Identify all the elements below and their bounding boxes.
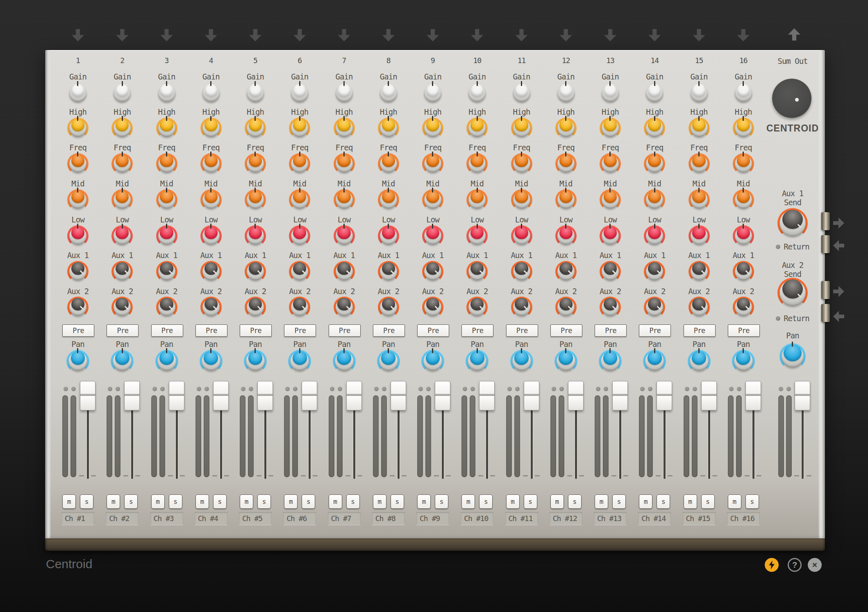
aux2-knob[interactable] [289, 297, 310, 318]
aux1-knob[interactable] [733, 261, 754, 282]
aux1-knob[interactable] [555, 261, 577, 282]
solo-button[interactable]: s [213, 494, 227, 509]
pre-button[interactable]: Pre [62, 324, 94, 337]
fader-handle[interactable] [435, 381, 450, 410]
fader-handle[interactable] [524, 381, 539, 410]
pan-knob[interactable] [155, 350, 178, 373]
pan-knob[interactable] [111, 350, 134, 373]
fader-handle[interactable] [701, 381, 717, 410]
low-knob[interactable] [378, 225, 399, 247]
solo-button[interactable]: s [612, 494, 626, 509]
freq-knob[interactable] [156, 153, 177, 175]
channel-input-arrow[interactable] [293, 29, 306, 41]
channel-input-arrow[interactable] [161, 29, 173, 41]
aux1-knob[interactable] [156, 261, 177, 282]
freq-knob[interactable] [466, 153, 488, 175]
freq-knob[interactable] [644, 153, 665, 175]
mid-knob[interactable] [111, 189, 133, 211]
fader-handle[interactable] [346, 381, 362, 410]
mute-button[interactable]: m [151, 494, 165, 509]
pan-knob[interactable] [510, 350, 533, 373]
gain-knob[interactable] [511, 83, 532, 104]
pan-knob[interactable] [554, 350, 577, 373]
high-knob[interactable] [422, 118, 443, 139]
high-knob[interactable] [511, 118, 532, 139]
aux2-knob[interactable] [422, 297, 443, 318]
aux1-send-arrow[interactable] [833, 218, 844, 229]
pre-button[interactable]: Pre [151, 324, 183, 337]
pre-button[interactable]: Pre [550, 324, 582, 337]
mute-button[interactable]: m [639, 494, 652, 509]
solo-button[interactable]: s [391, 494, 404, 509]
solo-button[interactable]: s [169, 494, 182, 509]
mute-button[interactable]: m [284, 494, 298, 509]
aux1-knob[interactable] [111, 261, 133, 282]
aux2-knob[interactable] [378, 297, 399, 318]
freq-knob[interactable] [688, 153, 710, 175]
mid-knob[interactable] [644, 189, 665, 211]
master-pan-knob[interactable] [779, 343, 806, 369]
freq-knob[interactable] [511, 153, 532, 175]
pre-button[interactable]: Pre [684, 324, 716, 337]
solo-button[interactable]: s [257, 494, 271, 509]
channel-input-arrow[interactable] [338, 29, 350, 41]
aux1-knob[interactable] [466, 261, 488, 282]
high-knob[interactable] [733, 118, 754, 139]
power-lightning-icon[interactable] [765, 558, 779, 572]
aux2-knob[interactable] [644, 297, 665, 318]
aux2-knob[interactable] [600, 297, 621, 318]
aux1-knob[interactable] [600, 261, 621, 282]
pre-button[interactable]: Pre [595, 324, 627, 337]
aux1-send-knob[interactable] [777, 208, 808, 238]
high-knob[interactable] [67, 118, 89, 139]
aux2-knob[interactable] [733, 297, 754, 318]
aux1-return-arrow[interactable] [833, 240, 844, 251]
gain-knob[interactable] [555, 83, 577, 104]
mid-knob[interactable] [422, 189, 443, 211]
freq-knob[interactable] [733, 153, 754, 175]
pan-knob[interactable] [377, 350, 400, 373]
low-knob[interactable] [111, 225, 133, 247]
fader-handle[interactable] [657, 381, 672, 410]
gain-knob[interactable] [600, 83, 621, 104]
freq-knob[interactable] [200, 153, 222, 175]
sum-output-arrow[interactable] [788, 28, 800, 41]
freq-knob[interactable] [289, 153, 310, 175]
solo-button[interactable]: s [524, 494, 537, 509]
mid-knob[interactable] [688, 189, 710, 211]
mute-button[interactable]: m [550, 494, 564, 509]
pre-button[interactable]: Pre [728, 324, 760, 337]
mute-button[interactable]: m [240, 494, 253, 509]
freq-knob[interactable] [422, 153, 443, 175]
mid-knob[interactable] [245, 189, 266, 211]
freq-knob[interactable] [334, 153, 355, 175]
aux1-knob[interactable] [644, 261, 665, 282]
gain-knob[interactable] [334, 83, 355, 104]
freq-knob[interactable] [67, 153, 89, 175]
mute-button[interactable]: m [595, 494, 608, 509]
pan-knob[interactable] [66, 350, 89, 373]
aux-jack[interactable] [821, 235, 830, 253]
pan-knob[interactable] [688, 350, 711, 373]
gain-knob[interactable] [644, 83, 665, 104]
close-icon[interactable]: × [808, 558, 822, 572]
channel-input-arrow[interactable] [72, 29, 84, 41]
low-knob[interactable] [67, 225, 89, 247]
pre-button[interactable]: Pre [195, 324, 227, 337]
channel-input-arrow[interactable] [471, 29, 483, 41]
aux1-knob[interactable] [511, 261, 532, 282]
low-knob[interactable] [555, 225, 577, 247]
pan-knob[interactable] [643, 350, 666, 373]
low-knob[interactable] [245, 225, 266, 247]
solo-button[interactable]: s [435, 494, 448, 509]
low-knob[interactable] [600, 225, 621, 247]
mute-button[interactable]: m [329, 494, 342, 509]
fader-handle[interactable] [302, 381, 317, 410]
aux1-knob[interactable] [289, 261, 310, 282]
mid-knob[interactable] [67, 189, 89, 211]
solo-button[interactable]: s [302, 494, 315, 509]
high-knob[interactable] [111, 118, 133, 139]
pre-button[interactable]: Pre [240, 324, 272, 337]
mid-knob[interactable] [600, 189, 621, 211]
mid-knob[interactable] [733, 189, 754, 211]
